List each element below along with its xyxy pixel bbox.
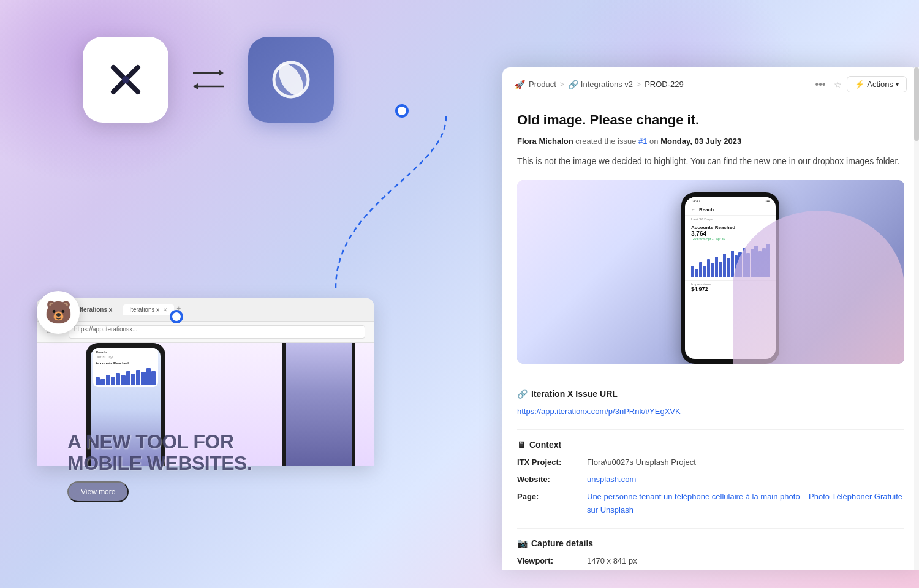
- sync-arrows: [193, 69, 224, 91]
- actions-button[interactable]: ⚡ Actions ▾: [847, 76, 907, 92]
- avatar-badge: 🐻: [37, 291, 80, 334]
- page-row: Page: Une personne tenant un téléphone c…: [517, 490, 904, 517]
- browser-urlbar: ← → https://app.iterationsx...: [37, 322, 374, 343]
- actions-chevron-icon: ▾: [896, 81, 899, 88]
- page-link[interactable]: Une personne tenant un téléphone cellula…: [587, 492, 902, 514]
- phone-status-icons: ▪▪▪: [766, 199, 770, 203]
- issue-url-section: 🔗 Iteration X Issue URL https://app.iter…: [517, 389, 904, 418]
- breadcrumb: 🚀 Product > 🔗 Integrations v2 > PROD-229…: [502, 67, 919, 99]
- svg-point-0: [122, 76, 129, 83]
- capture-section-icon: 📷: [517, 538, 528, 548]
- hero-title: A NEW TOOL FOR MOBILE WEBSITES.: [67, 431, 252, 474]
- phone-header: ← Reach: [685, 205, 776, 216]
- actions-label: Actions: [867, 80, 893, 89]
- issue-url-link[interactable]: https://app.iterationx.com/p/3nPRnk/i/YE…: [517, 407, 681, 416]
- tab-label: Iterations x: [129, 306, 159, 313]
- phone-status-bar: 14:47 ▪▪▪: [685, 197, 776, 205]
- capture-section: 📷 Capture details Viewport: 1470 x 841 p…: [517, 538, 904, 570]
- breadcrumb-more-menu[interactable]: •••: [812, 78, 830, 91]
- phone-back-icon: ←: [691, 208, 695, 212]
- phone-right-screen: [286, 343, 352, 466]
- issue-content: Old image. Please change it. Flora Micha…: [502, 99, 919, 570]
- divider-2: [517, 429, 904, 430]
- breadcrumb-sep-2: >: [637, 80, 641, 89]
- issue-meta-created-text: created the issue: [575, 137, 638, 146]
- issue-url-body: https://app.iterationx.com/p/3nPRnk/i/YE…: [517, 405, 904, 418]
- divider-1: [517, 379, 904, 379]
- rocket-icon: 🚀: [515, 80, 525, 89]
- iteration-x-logo-svg: [101, 55, 150, 104]
- itx-project-value: Flora\u0027s Unsplash Project: [587, 456, 696, 469]
- breadcrumb-integrations-label: Integrations v2: [581, 80, 633, 89]
- context-section-icon: 🖥: [517, 440, 526, 450]
- icons-row: [83, 37, 334, 123]
- issue-ref-link[interactable]: #1: [638, 137, 647, 146]
- breadcrumb-item-prod229: PROD-229: [645, 80, 684, 89]
- iteration-x-app-icon: [83, 37, 168, 123]
- itx-project-row: ITX Project: Flora\u0027s Unsplash Proje…: [517, 456, 904, 469]
- phone-mini-chart: [96, 366, 156, 385]
- hero-text-section: A NEW TOOL FOR MOBILE WEBSITES. View mor…: [67, 431, 252, 502]
- website-link[interactable]: unsplash.com: [587, 475, 636, 484]
- connector-dot-top: [395, 104, 409, 118]
- issue-url-header: 🔗 Iteration X Issue URL: [517, 389, 904, 399]
- viewport-row: Viewport: 1470 x 841 px: [517, 554, 904, 568]
- hand-illustration: [733, 211, 904, 364]
- browser-topbar: Iterations x Iterations x ✕ +: [37, 298, 374, 322]
- actions-icon: ⚡: [855, 80, 864, 89]
- breadcrumb-sep-1: >: [560, 80, 564, 89]
- itx-project-label: ITX Project:: [517, 456, 584, 469]
- context-body: ITX Project: Flora\u0027s Unsplash Proje…: [517, 456, 904, 517]
- issue-author: Flora Michalon: [517, 137, 573, 146]
- svg-marker-4: [193, 83, 198, 89]
- linear-logo-svg: [270, 58, 312, 101]
- context-section: 🖥 Context ITX Project: Flora\u0027s Unsp…: [517, 440, 904, 517]
- svg-marker-2: [219, 70, 224, 76]
- breadcrumb-star-icon[interactable]: ☆: [834, 80, 842, 89]
- hero-title-line1: A NEW TOOL FOR: [67, 431, 234, 453]
- phone-mini-reach-label: Reach: [96, 350, 156, 354]
- context-label: Context: [529, 440, 561, 450]
- issue-date: Monday, 03 July 2023: [660, 137, 741, 146]
- arrow-left-icon: [193, 82, 224, 91]
- capture-header: 📷 Capture details: [517, 538, 904, 548]
- website-value: unsplash.com: [587, 473, 636, 486]
- page-value: Une personne tenant un téléphone cellula…: [587, 490, 904, 517]
- page-label: Page:: [517, 490, 584, 503]
- hero-title-line2: MOBILE WEBSITES.: [67, 452, 252, 474]
- breadcrumb-item-product[interactable]: Product: [529, 80, 556, 89]
- phone-metric-label: Accounts Reached: [691, 225, 770, 230]
- left-side: Iterations x Iterations x ✕ + ← → https:…: [0, 0, 417, 588]
- breadcrumb-item-integrations[interactable]: 🔗 Integrations v2: [568, 80, 633, 89]
- phone-time: 14:47: [691, 199, 700, 203]
- phone-right: [282, 343, 355, 466]
- integrations-icon: 🔗: [568, 80, 578, 89]
- dashed-connector-line: [330, 110, 452, 294]
- capture-body: Viewport: 1470 x 841 px Captured on: Mon…: [517, 554, 904, 570]
- scrollbar-thumb[interactable]: [914, 67, 919, 141]
- viewport-value: 1470 x 841 px: [587, 554, 637, 568]
- phone-reach-title: Reach: [699, 207, 714, 213]
- issue-image: 14:47 ▪▪▪ ← Reach Last 30 Days Accounts …: [517, 180, 904, 364]
- linear-app-icon: [248, 37, 334, 123]
- website-label: Website:: [517, 473, 584, 486]
- issue-description: This is not the image we decided to high…: [517, 154, 904, 168]
- capture-label: Capture details: [531, 538, 593, 548]
- divider-3: [517, 528, 904, 529]
- right-panel: 🚀 Product > 🔗 Integrations v2 > PROD-229…: [502, 67, 919, 570]
- scrollbar-track: [914, 67, 919, 570]
- view-more-button[interactable]: View more: [67, 481, 129, 502]
- phone-subtitle: Last 30 Days: [685, 216, 776, 223]
- issue-url-label: Iteration X Issue URL: [531, 389, 618, 399]
- connector-dot-bottom: [170, 310, 183, 323]
- link-section-icon: 🔗: [517, 389, 528, 399]
- issue-meta-on-text: on: [649, 137, 660, 146]
- url-text: https://app.iterationsx...: [74, 326, 137, 333]
- arrow-right-icon: [193, 69, 224, 77]
- breadcrumb-product-label: Product: [529, 80, 556, 89]
- viewport-label: Viewport:: [517, 554, 584, 568]
- url-input[interactable]: https://app.iterationsx...: [69, 325, 365, 339]
- browser-tab[interactable]: Iterations x ✕: [123, 304, 174, 315]
- browser-logo-text: Iterations x: [80, 306, 112, 313]
- tab-close-icon[interactable]: ✕: [163, 307, 168, 313]
